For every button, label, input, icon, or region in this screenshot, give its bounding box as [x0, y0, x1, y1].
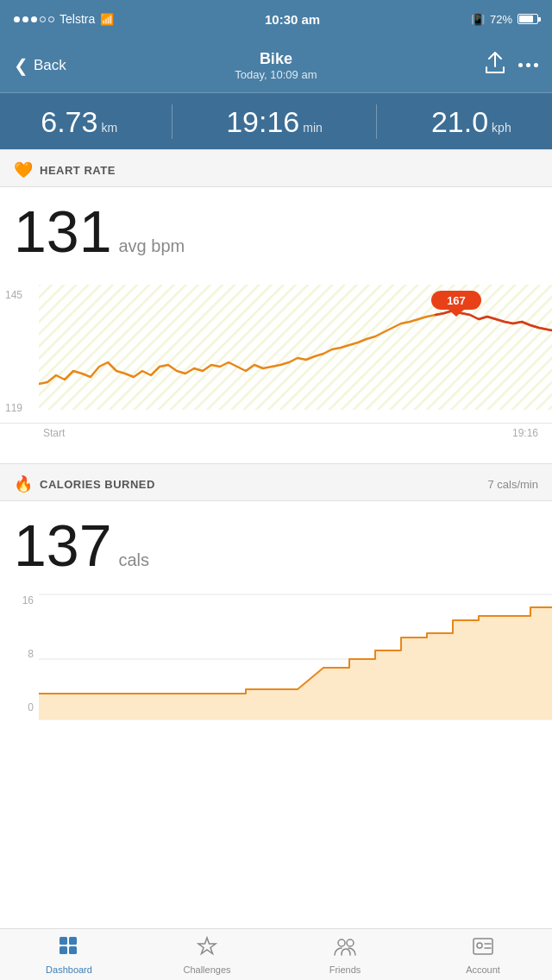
- timeline-end: 19:16: [512, 427, 538, 439]
- hr-chart-timeline: Start 19:16: [0, 423, 552, 443]
- cal-label-mid: 8: [5, 648, 34, 660]
- more-dot2: [526, 63, 530, 67]
- back-chevron-icon: ❮: [14, 55, 28, 76]
- hr-label-high: 145: [5, 289, 34, 301]
- tab-bar: Dashboard Challenges Friends: [0, 928, 552, 980]
- dot3: [31, 16, 37, 22]
- tab-account[interactable]: Account: [414, 929, 552, 980]
- status-left: Telstra 📶: [14, 12, 114, 26]
- cal-chart-svg: [39, 586, 552, 732]
- svg-point-16: [477, 943, 482, 948]
- battery-body: [518, 14, 538, 24]
- stat-speed-value: 21.0 kph: [431, 107, 511, 136]
- cal-label-bottom: 0: [5, 701, 34, 713]
- avg-bpm-value: 131 avg bpm: [14, 198, 538, 265]
- heart-rate-chart: 145 119 167: [0, 272, 552, 423]
- share-button[interactable]: [486, 52, 505, 79]
- nav-title: Bike: [235, 50, 317, 68]
- bluetooth-icon: 📳: [471, 13, 485, 26]
- stat-divider1: [172, 104, 172, 139]
- back-button[interactable]: ❮ Back: [14, 55, 66, 76]
- nav-actions: [486, 52, 538, 79]
- svg-marker-12: [198, 938, 216, 954]
- calories-header: 🔥 CALORIES BURNED 7 cals/min: [0, 463, 552, 501]
- battery-fill: [519, 16, 533, 22]
- more-dot3: [534, 63, 538, 67]
- main-content: 🧡 HEART RATE 131 avg bpm 145 119: [0, 149, 552, 928]
- svg-rect-8: [60, 937, 67, 945]
- tab-dashboard-label: Dashboard: [46, 964, 92, 975]
- stat-time-value: 19:16 min: [226, 107, 323, 136]
- stat-distance-value: 6.73 km: [41, 107, 117, 136]
- challenges-icon: [195, 934, 219, 962]
- nav-subtitle: Today, 10:09 am: [235, 68, 317, 81]
- tab-challenges[interactable]: Challenges: [138, 929, 276, 980]
- tab-friends-label: Friends: [329, 964, 361, 975]
- heart-rate-section: 🧡 HEART RATE 131 avg bpm 145 119: [0, 149, 552, 443]
- stats-bar: 6.73 km 19:16 min 21.0 kph: [0, 93, 552, 149]
- svg-point-13: [338, 939, 345, 946]
- carrier-name: Telstra: [60, 12, 95, 26]
- svg-rect-10: [60, 946, 67, 954]
- friends-icon: [333, 934, 357, 962]
- back-label: Back: [34, 57, 66, 74]
- cal-label-top: 16: [5, 594, 34, 606]
- svg-rect-11: [69, 946, 77, 954]
- status-bar: Telstra 📶 10:30 am 📳 72%: [0, 0, 552, 38]
- timeline-start: Start: [43, 427, 65, 439]
- nav-bar: ❮ Back Bike Today, 10:09 am: [0, 38, 552, 93]
- clock: 10:30 am: [265, 12, 320, 27]
- hr-label-low: 119: [5, 402, 34, 414]
- wifi-icon: 📶: [100, 13, 114, 26]
- battery-icon: [518, 14, 538, 24]
- svg-point-14: [347, 939, 354, 946]
- calories-rate: 7 cals/min: [487, 478, 538, 491]
- cal-chart-labels: 16 8 0: [0, 586, 39, 732]
- hr-chart-svg: 167: [39, 272, 552, 423]
- account-icon: [471, 934, 495, 962]
- avg-bpm-block: 131 avg bpm: [0, 187, 552, 272]
- tab-dashboard[interactable]: Dashboard: [0, 929, 138, 980]
- hr-chart-labels: 145 119: [0, 272, 39, 423]
- calories-label: CALORIES BURNED: [40, 478, 155, 491]
- dot2: [22, 16, 28, 22]
- battery-percent: 72%: [490, 13, 512, 26]
- calories-chart: 16 8 0: [0, 586, 552, 732]
- flame-icon: 🔥: [14, 474, 33, 493]
- stat-time: 19:16 min: [226, 107, 323, 136]
- svg-rect-9: [69, 937, 77, 945]
- calories-value-block: 137 cals: [0, 501, 552, 586]
- signal-dots: [14, 16, 54, 22]
- nav-title-block: Bike Today, 10:09 am: [235, 50, 317, 81]
- tab-challenges-label: Challenges: [183, 964, 230, 975]
- svg-rect-15: [474, 939, 492, 954]
- dot5: [48, 16, 54, 22]
- stat-divider2: [376, 104, 377, 139]
- dashboard-icon: [57, 934, 81, 962]
- more-button[interactable]: [518, 63, 538, 67]
- heart-rate-label: HEART RATE: [40, 164, 116, 177]
- tab-friends[interactable]: Friends: [276, 929, 414, 980]
- tab-account-label: Account: [466, 964, 500, 975]
- heart-rate-header: 🧡 HEART RATE: [0, 149, 552, 187]
- calories-section: 🔥 CALORIES BURNED 7 cals/min 137 cals 16…: [0, 463, 552, 732]
- stat-speed: 21.0 kph: [431, 107, 511, 136]
- status-right: 📳 72%: [471, 13, 538, 26]
- more-dot1: [518, 63, 523, 67]
- svg-text:167: 167: [447, 294, 466, 307]
- dot4: [40, 16, 46, 22]
- dot1: [14, 16, 20, 22]
- stat-distance: 6.73 km: [41, 107, 117, 136]
- heart-icon: 🧡: [14, 160, 33, 179]
